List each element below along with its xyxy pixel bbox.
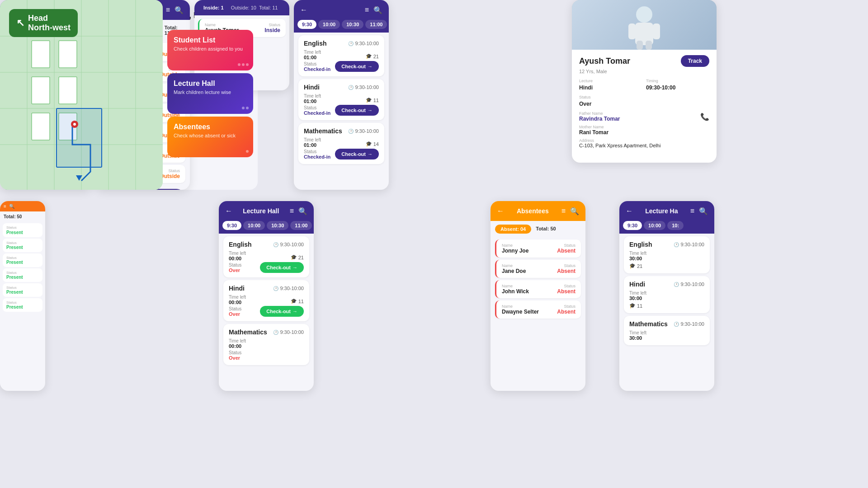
status-row: Status Present (3, 223, 42, 237)
time-tab-1000[interactable]: 10:00 (318, 20, 340, 29)
p11-english: English (629, 241, 652, 248)
outside-p3: Outside: 10 (231, 5, 256, 10)
phone-icon[interactable]: 📞 (700, 113, 709, 121)
student-icon-english: 🎓 (366, 53, 372, 59)
subject-card-p11-en: English 9:30-10:00 Time left 30:00 🎓 21 (624, 236, 710, 273)
absent-student-row: NameDwayne Selter StatusAbsent (495, 300, 581, 319)
status-row: Status Present (3, 268, 42, 282)
search-icon-p8[interactable]: 🔍 (298, 207, 307, 216)
panel11-header: ← Lecture Ha ≡ 🔍 (619, 201, 714, 221)
svg-rect-16 (32, 41, 50, 68)
subject-name-hindi: Hindi (304, 84, 320, 91)
subject-card-hindi-p8: Hindi 9:30-10:00 Time left 00:00 Status … (223, 280, 309, 321)
time-tab-1030[interactable]: 10:30 (342, 20, 363, 29)
svg-rect-2 (628, 23, 636, 39)
time-tab-p8-1000[interactable]: 10:00 (243, 221, 265, 230)
menu-icon-p10[interactable]: ≡ (561, 207, 566, 216)
absent-student-row: NameJonny Joe StatusAbsent (495, 239, 581, 258)
search-icon-p2[interactable]: 🔍 (175, 6, 184, 14)
nav-direction-line1: Head (28, 14, 71, 23)
subject-name-hindi-p8: Hindi (229, 285, 245, 292)
lecture-hall-desc: Mark children lecture wise (174, 89, 247, 95)
map-background: ↖ Head North-west (0, 0, 163, 190)
panel8-header: ← Lecture Hall ≡ 🔍 (219, 201, 314, 221)
nav-direction-line2: North-west (28, 23, 71, 33)
student-photo (572, 0, 717, 50)
clock-p11-en (674, 242, 679, 247)
absentees-card[interactable]: Absentees Check whose absent or sick (167, 117, 253, 157)
svg-rect-17 (59, 41, 77, 68)
panel3-header: Inside: 1 Outside: 10 Total: 11 (194, 0, 289, 15)
student-status-p3: Inside (264, 27, 280, 33)
status-label-p3: Status (264, 23, 280, 27)
total-count-p10: Total: 50 (534, 225, 557, 234)
search-icon-p10[interactable]: 🔍 (570, 207, 579, 216)
subject-time-math: 9:30-10:00 (348, 128, 379, 134)
track-button[interactable]: Track (681, 55, 709, 67)
student-list-desc: Check children assigned to you (174, 46, 247, 52)
card-decoration-3 (246, 150, 249, 153)
lecture-field: Lecture Hindi (579, 79, 642, 91)
lecture-hall-title: Lecture Hall (174, 80, 247, 88)
map-panel: ↖ Head North-west (0, 0, 163, 190)
clock-icon-p8-en (273, 242, 278, 247)
menu-icon-p4[interactable]: ≡ (365, 6, 369, 14)
clock-p11-ma (674, 321, 679, 327)
time-tab-p8-1030[interactable]: 10:30 (267, 221, 288, 230)
time-tab-p11-10[interactable]: 10: (667, 221, 684, 230)
time-tab-1100[interactable]: 11:00 (365, 20, 387, 29)
back-icon-p8[interactable]: ← (225, 207, 232, 215)
back-icon-p10[interactable]: ← (497, 207, 504, 215)
absent-student-row: NameJane Doe StatusAbsent (495, 260, 581, 278)
search-icon-p4[interactable]: 🔍 (373, 6, 382, 14)
absent-count-pill: Absent: 04 (495, 225, 531, 234)
attendance-small-panel: ≡ 🔍 Total: 50 Status Present Status Pres… (0, 201, 45, 391)
absentees-desc: Check whose absent or sick (174, 133, 247, 138)
absent-student-row: NameJohn Wick StatusAbsent (495, 280, 581, 298)
lecture-hall-card[interactable]: Lecture Hall Mark children lecture wise (167, 73, 253, 114)
student-list-card[interactable]: Student List Check children assigned to … (167, 30, 253, 70)
student-icon-math: 🎓 (366, 141, 372, 147)
menu-icon-p8[interactable]: ≡ (290, 207, 294, 216)
card-decoration (238, 63, 249, 66)
subject-time-english: 9:30-10:00 (348, 41, 379, 46)
checkout-btn-p8-hindi[interactable]: Check-out → (260, 306, 304, 317)
menu-icon-p11[interactable]: ≡ (690, 207, 694, 216)
svg-rect-18 (32, 77, 50, 104)
checkout-btn-english[interactable]: Check-out → (335, 61, 379, 72)
back-icon-p11[interactable]: ← (626, 207, 633, 215)
p11-math: Mathematics (629, 320, 668, 328)
student-age-gender: 12 Yrs, Male (579, 69, 709, 74)
panel10-header: ← Absentees ≡ 🔍 (491, 201, 585, 221)
time-tab-p8-930[interactable]: 9:30 (222, 221, 241, 230)
panel8-title: Lecture Hall (243, 207, 279, 215)
subject-card-hindi: Hindi 9:30-10:00 Time left 01:00 Status … (298, 79, 384, 120)
parent-row: Father Name Ravindra Tomar 📞 (579, 111, 709, 122)
checkout-btn-p8-english[interactable]: Check-out → (260, 262, 304, 273)
time-tabs-p8: 9:30 10:00 10:30 11:00 11:30 12: (219, 221, 314, 234)
checkout-btn-math[interactable]: Check-out → (335, 149, 379, 160)
svg-rect-4 (637, 41, 643, 50)
name-row: Ayush Tomar Track (579, 55, 709, 67)
student-detail-panel: Ayush Tomar Track 12 Yrs, Male Lecture H… (572, 0, 717, 163)
time-tab-930[interactable]: 9:30 (297, 20, 316, 29)
menu-icon-p2[interactable]: ≡ (166, 6, 170, 14)
clock-icon-p8-ma (273, 329, 278, 335)
time-tab-p11-930[interactable]: 9:30 (623, 221, 642, 230)
status-row: Status Present (3, 253, 42, 267)
subject-card-p11-ma: Mathematics 9:30-10:00 Time left 30:00 (624, 316, 710, 345)
child-silhouette (624, 5, 665, 50)
address-field: Address C-103, Park Xpress Apartment, De… (579, 138, 709, 148)
svg-rect-3 (653, 23, 660, 39)
time-tab-p8-1100[interactable]: 11:00 (290, 221, 312, 230)
clock-icon-p8-hi (273, 286, 278, 291)
checkout-btn-hindi[interactable]: Check-out → (335, 105, 379, 116)
p11-hindi: Hindi (629, 281, 645, 288)
time-tab-p11-1000[interactable]: 10:00 (644, 221, 665, 230)
total-count-p6: Total: 50 (0, 211, 45, 222)
clock-p11-hi (674, 282, 679, 287)
search-icon-p6[interactable]: 🔍 (9, 204, 14, 209)
back-icon-p4[interactable]: ← (300, 6, 307, 14)
menu-icon-p6[interactable]: ≡ (4, 204, 6, 209)
search-icon-p11[interactable]: 🔍 (699, 207, 708, 216)
